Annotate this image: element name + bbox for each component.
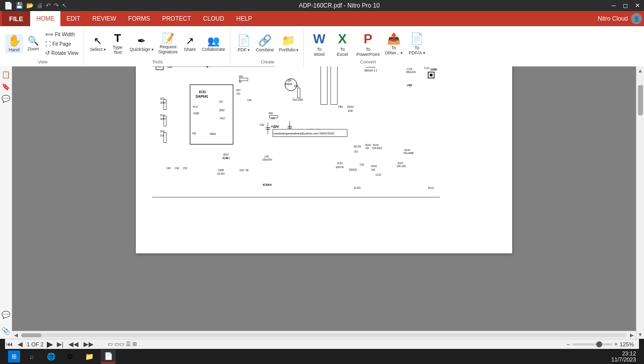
prev-page-btn[interactable]: ◀ <box>17 340 24 348</box>
tools-group-label: Tools <box>152 59 163 65</box>
maximize-btn[interactable]: ◻ <box>623 2 628 9</box>
scroll-thumb-h[interactable] <box>21 333 41 337</box>
to-pdfa-btn[interactable]: 📄 ToPDF/A▾ <box>406 31 428 56</box>
search-btn[interactable]: ⌕ <box>24 349 39 363</box>
combine-icon: 🔗 <box>258 35 272 46</box>
svg-text:S1M: S1M <box>167 66 172 68</box>
zoom-tool-btn[interactable]: 🔍 Zoom <box>24 35 42 52</box>
hand-tool-btn[interactable]: ✋ Hand <box>5 34 23 53</box>
svg-text:680/10V X 2: 680/10V X 2 <box>364 69 377 71</box>
horizontal-scrollbar[interactable]: ◀ ▶ <box>12 331 636 339</box>
redo-btn[interactable]: ↷ <box>54 2 59 9</box>
start-btn[interactable]: ⊞ <box>8 350 20 362</box>
main-content: SONY PS4 ORIGINAL POWER UNIT ADP-160CR S… <box>12 66 636 339</box>
close-btn[interactable]: ✕ <box>635 2 640 9</box>
svg-text:5D: 5D <box>246 169 249 172</box>
svg-text:C43: C43 <box>360 164 364 166</box>
zoom-slider[interactable] <box>572 343 612 345</box>
menu-file[interactable]: FILE <box>2 11 30 26</box>
menu-home[interactable]: HOME <box>30 11 60 26</box>
ppt-icon: P <box>364 31 372 47</box>
portfolio-btn[interactable]: 📁 Portfolio▾ <box>277 34 300 53</box>
create-group-label: Create <box>261 59 274 65</box>
quick-open[interactable]: 📂 <box>26 2 34 9</box>
rotate-label: Rotate View <box>51 50 78 56</box>
single-page-icon[interactable]: ▭ <box>108 341 113 347</box>
zoom-label: Zoom <box>27 46 39 51</box>
audio-prev-btn[interactable]: ◀◀ <box>67 340 79 348</box>
first-page-btn[interactable]: ⏮ <box>5 340 14 348</box>
scroll-up-arrow[interactable]: ▲ <box>636 66 644 75</box>
zoom-thumb[interactable] <box>596 341 602 347</box>
svg-text:103: 103 <box>371 169 375 171</box>
double-page-icon[interactable]: ▭▭ <box>114 341 124 347</box>
undo-btn[interactable]: ↶ <box>46 2 51 9</box>
fit-width-btn[interactable]: ⟺ Fit Width <box>43 30 80 39</box>
quicksign-btn[interactable]: ✒ QuickSign▾ <box>128 35 155 53</box>
pages-panel-icon[interactable]: 📋 <box>2 70 10 79</box>
menu-review[interactable]: REVIEW <box>87 11 122 26</box>
pdf-btn[interactable]: 📄 PDF▾ <box>234 34 253 53</box>
convert-group: W ToWord X ToExcel P ToPowerPoint 📤 ToOt… <box>305 27 431 66</box>
attachment-icon[interactable]: 📎 <box>2 327 10 335</box>
tools-group: ↖ Select▾ T TypeText ✒ QuickSign▾ 📝 Requ… <box>85 27 231 66</box>
share-btn[interactable]: ↗ Share <box>181 35 199 53</box>
svg-text:ADJ: ADJ <box>220 117 225 120</box>
quicksign-label: QuickSign▾ <box>130 47 153 52</box>
explorer-btn[interactable]: 📁 <box>82 349 97 363</box>
menu-cloud[interactable]: CLOUD <box>197 11 230 26</box>
scroll-left-arrow[interactable]: ◀ <box>12 332 20 338</box>
svg-text:101: 101 <box>354 150 358 153</box>
svg-text:75A-648R: 75A-648R <box>404 152 414 155</box>
fit-page-btn[interactable]: ⛶ Fit Page <box>43 40 80 48</box>
select-tool-btn[interactable]: ↖ Select▾ <box>88 35 108 53</box>
svg-rect-43 <box>297 88 300 98</box>
svg-text:FB1: FB1 <box>338 105 343 108</box>
to-word-btn[interactable]: W ToWord <box>308 30 330 58</box>
nitro-taskbar-btn[interactable]: 📄 <box>101 349 116 363</box>
to-other-btn[interactable]: 📤 ToOther...▾ <box>382 31 405 56</box>
svg-text:R170: R170 <box>354 145 361 148</box>
portfolio-label: Portfolio▾ <box>279 47 298 52</box>
settings-btn[interactable]: ⚙ <box>62 349 77 363</box>
vertical-scrollbar[interactable]: ▲ ▼ <box>636 66 644 339</box>
menu-help[interactable]: HELP <box>230 11 258 26</box>
next-page-btn[interactable]: ▶| <box>56 340 64 348</box>
audio-next-btn[interactable]: ▶▶ <box>83 340 95 348</box>
minimize-btn[interactable]: ─ <box>611 2 616 9</box>
menu-edit[interactable]: EDIT <box>60 11 86 26</box>
type-text-btn[interactable]: T TypeText <box>109 32 127 56</box>
settings-icon: ⚙ <box>67 352 73 360</box>
scroll-right-arrow[interactable]: ▶ <box>628 332 636 338</box>
svg-text:+20V: +20V <box>271 124 279 128</box>
left-sidebar: 📋 🔖 💬 💬 📎 <box>0 66 12 339</box>
comment-icon[interactable]: 💬 <box>2 311 10 319</box>
bookmarks-icon[interactable]: 🔖 <box>2 83 10 91</box>
annotations-icon[interactable]: 💬 <box>2 95 10 103</box>
scroll-down-arrow[interactable]: ▼ <box>636 330 644 339</box>
combine-btn[interactable]: 🔗 Combine <box>254 34 276 53</box>
spread-icon[interactable]: ⊞ <box>132 341 137 347</box>
zoom-out-btn[interactable]: − <box>567 341 570 348</box>
menu-protect[interactable]: PROTECT <box>156 11 197 26</box>
quick-print[interactable]: 🖨 <box>37 2 43 9</box>
rotate-view-btn[interactable]: ↺ Rotate View <box>43 49 80 57</box>
titlebar: 📄 💾 📂 🖨 ↶ ↷ ↖ ADP-160CR.pdf - Nitro Pro … <box>0 0 644 11</box>
zoom-in-btn[interactable]: + <box>614 341 618 348</box>
menu-forms[interactable]: FORMS <box>122 11 156 26</box>
svg-text:R45: R45 <box>160 130 165 133</box>
user-avatar[interactable]: 👤 <box>631 13 642 24</box>
to-other-icon: 📤 <box>387 32 400 45</box>
scroll-thumb-v[interactable] <box>638 85 643 115</box>
view-options: ⟺ Fit Width ⛶ Fit Page ↺ Rotate View <box>43 30 80 57</box>
play-btn[interactable]: ▶ <box>47 339 53 349</box>
to-excel-btn[interactable]: X ToExcel <box>331 30 353 58</box>
chrome-btn[interactable]: 🌐 <box>43 349 58 363</box>
quick-save[interactable]: 💾 <box>16 2 23 9</box>
request-signature-btn[interactable]: 📝 RequestSignature <box>156 32 180 55</box>
svg-text:IC51: IC51 <box>337 161 343 164</box>
continuous-icon[interactable]: ☰ <box>126 341 131 347</box>
collaborate-btn[interactable]: 👥 Collaborate <box>200 35 227 53</box>
to-ppt-btn[interactable]: P ToPowerPoint <box>354 30 381 58</box>
svg-text:R69: R69 <box>210 132 215 135</box>
